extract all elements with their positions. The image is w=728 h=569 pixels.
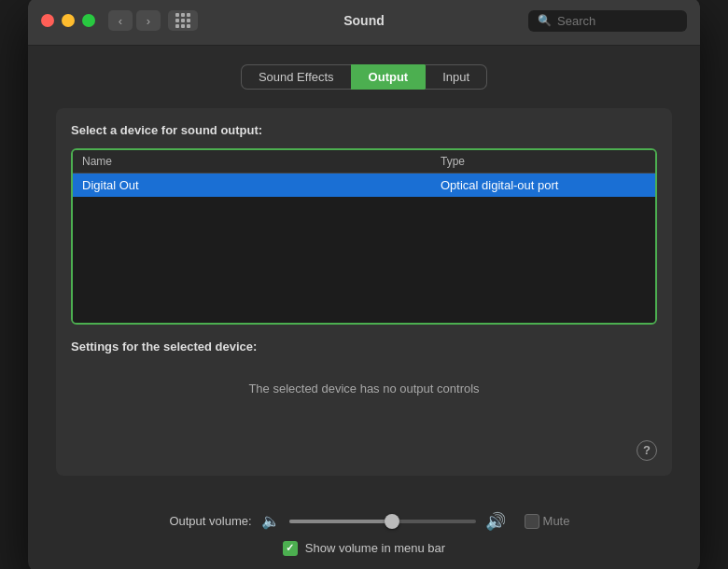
volume-fill (289, 520, 392, 523)
forward-button[interactable]: › (136, 10, 161, 31)
settings-title: Settings for the selected device: (71, 340, 657, 354)
titlebar: ‹ › Sound 🔍 (28, 0, 700, 46)
back-button[interactable]: ‹ (108, 10, 133, 31)
mute-checkbox[interactable] (525, 514, 539, 529)
traffic-lights (41, 14, 95, 27)
tabs-bar: Sound Effects Output Input (56, 64, 672, 90)
device-list-header: Name Type (73, 150, 655, 173)
device-list: Name Type Digital Out Optical digital-ou… (71, 148, 657, 325)
volume-row: Output volume: 🔈 🔊 Mute (56, 511, 672, 532)
mute-checkbox-area[interactable]: Mute (525, 514, 570, 529)
show-volume-checkbox[interactable]: ✓ (283, 541, 298, 556)
checkmark-icon: ✓ (286, 543, 294, 553)
col-name-header: Name (82, 155, 441, 168)
device-row[interactable]: Digital Out Optical digital-out port (73, 173, 655, 197)
device-name: Digital Out (82, 178, 441, 192)
maximize-button[interactable] (82, 14, 95, 27)
close-button[interactable] (41, 14, 54, 27)
volume-high-icon: 🔊 (485, 511, 506, 532)
device-list-body[interactable]: Digital Out Optical digital-out port (73, 173, 655, 323)
search-box[interactable]: 🔍 (528, 10, 687, 32)
help-area: ? (71, 433, 657, 461)
volume-slider[interactable] (289, 520, 476, 523)
sound-preferences-window: ‹ › Sound 🔍 Sound Effects Output Input (28, 0, 700, 569)
minimize-button[interactable] (62, 14, 75, 27)
grid-icon (175, 13, 190, 28)
volume-low-icon: 🔈 (261, 512, 280, 530)
col-type-header: Type (441, 155, 646, 168)
content-area: Sound Effects Output Input Select a devi… (28, 46, 700, 498)
device-section-title: Select a device for sound output: (71, 123, 657, 137)
nav-buttons: ‹ › (108, 10, 198, 31)
mute-row: Mute (525, 514, 570, 529)
tab-input[interactable]: Input (425, 64, 487, 90)
no-controls-message: The selected device has no output contro… (71, 363, 657, 433)
volume-label: Output volume: (159, 514, 252, 528)
window-title: Sound (343, 13, 385, 28)
show-volume-row: ✓ Show volume in menu bar (283, 541, 445, 556)
device-type: Optical digital-out port (441, 178, 646, 192)
grid-view-button[interactable] (168, 10, 198, 31)
mute-label: Mute (543, 514, 570, 528)
output-panel: Select a device for sound output: Name T… (56, 108, 672, 476)
tab-output[interactable]: Output (351, 64, 426, 90)
footer: Output volume: 🔈 🔊 Mute ✓ Show volume in… (28, 498, 700, 570)
search-input[interactable] (557, 14, 678, 28)
volume-thumb[interactable] (385, 514, 399, 529)
search-icon: 🔍 (538, 14, 552, 27)
help-button[interactable]: ? (637, 440, 657, 461)
tab-sound-effects[interactable]: Sound Effects (241, 64, 351, 90)
show-volume-label: Show volume in menu bar (305, 541, 445, 555)
